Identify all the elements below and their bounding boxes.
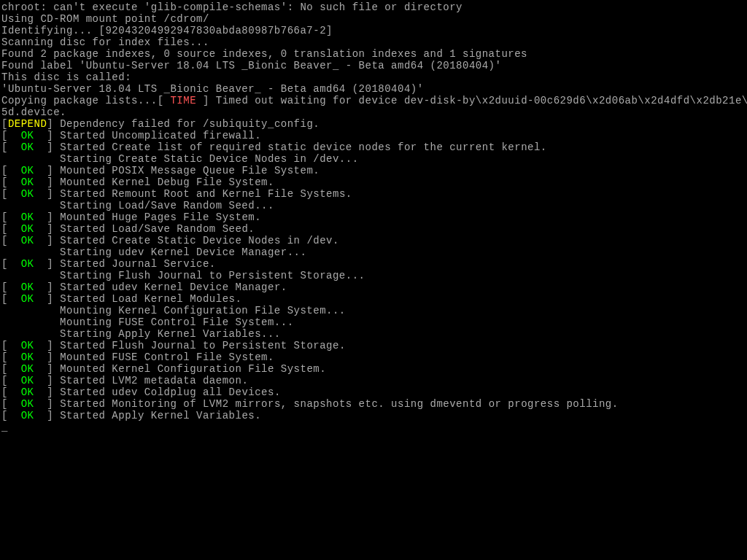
boot-log-line: [ OK ] Started udev Coldplug all Devices… xyxy=(1,386,746,398)
boot-log-line: [ OK ] Mounted FUSE Control File System. xyxy=(1,351,746,363)
boot-log-line: [ OK ] Mounted Kernel Debug File System. xyxy=(1,176,746,188)
boot-log-line: Starting Flush Journal to Persistent Sto… xyxy=(1,270,746,281)
status-ok-tag: OK xyxy=(8,235,47,246)
status-ok-tag: OK xyxy=(8,165,47,176)
status-ok-tag: OK xyxy=(8,130,47,141)
boot-log-line: Found 2 package indexes, 0 source indexe… xyxy=(1,48,746,60)
boot-log-line: [ OK ] Started Uncomplicated firewall. xyxy=(1,130,746,141)
boot-log-line: Copying package lists...[ TIME ] Timed o… xyxy=(1,95,746,106)
status-time-tag: TIME xyxy=(164,95,203,106)
status-ok-tag: OK xyxy=(8,375,47,386)
boot-log-line: Using CD-ROM mount point /cdrom/ xyxy=(1,13,746,25)
boot-log-line: [ OK ] Started Load/Save Random Seed. xyxy=(1,223,746,235)
boot-log-line: [ OK ] Started Create Static Device Node… xyxy=(1,235,746,246)
status-ok-tag: OK xyxy=(8,363,47,375)
boot-log-line: Scanning disc for index files... xyxy=(1,36,746,48)
status-ok-tag: OK xyxy=(8,281,47,293)
status-ok-tag: OK xyxy=(8,258,47,270)
boot-log-line: [ OK ] Started Create list of required s… xyxy=(1,141,746,153)
boot-log-line: [ OK ] Started udev Kernel Device Manage… xyxy=(1,281,746,293)
status-ok-tag: OK xyxy=(8,410,47,421)
boot-log-line: Starting Load/Save Random Seed... xyxy=(1,200,746,211)
status-depend-tag: DEPEND xyxy=(8,118,47,130)
boot-log-line: [ OK ] Started Monitoring of LVM2 mirror… xyxy=(1,398,746,410)
status-ok-tag: OK xyxy=(8,223,47,235)
terminal-output: chroot: can't execute 'glib-compile-sche… xyxy=(0,0,747,435)
status-ok-tag: OK xyxy=(8,188,47,200)
boot-log-line: [ OK ] Started Flush Journal to Persiste… xyxy=(1,340,746,351)
boot-log-line: [ OK ] Started LVM2 metadata daemon. xyxy=(1,375,746,386)
boot-log-line: [ OK ] Started Load Kernel Modules. xyxy=(1,293,746,305)
boot-log-line: [ OK ] Started Journal Service. xyxy=(1,258,746,270)
status-ok-tag: OK xyxy=(8,176,47,188)
boot-log-line: chroot: can't execute 'glib-compile-sche… xyxy=(1,1,746,13)
boot-log-line: Starting Create Static Device Nodes in /… xyxy=(1,153,746,165)
boot-log-line: 5d.device. xyxy=(1,106,746,118)
boot-log-line: [ OK ] Mounted POSIX Message Queue File … xyxy=(1,165,746,176)
boot-log-line: [ OK ] Mounted Huge Pages File System. xyxy=(1,211,746,223)
status-ok-tag: OK xyxy=(8,386,47,398)
boot-log-line: This disc is called: xyxy=(1,71,746,83)
boot-log-line: Identifying... [92043204992947830abda809… xyxy=(1,25,746,36)
status-ok-tag: OK xyxy=(8,340,47,351)
boot-log-line: [ OK ] Started Apply Kernel Variables. xyxy=(1,410,746,421)
boot-log-line: Mounting Kernel Configuration File Syste… xyxy=(1,305,746,316)
status-ok-tag: OK xyxy=(8,398,47,410)
boot-log-line: [ OK ] Mounted Kernel Configuration File… xyxy=(1,363,746,375)
boot-log-line: Mounting FUSE Control File System... xyxy=(1,316,746,328)
status-ok-tag: OK xyxy=(8,351,47,363)
boot-log-line: Found label 'Ubuntu-Server 18.04 LTS _Bi… xyxy=(1,60,746,71)
boot-log-line: Starting udev Kernel Device Manager... xyxy=(1,246,746,258)
status-ok-tag: OK xyxy=(8,211,47,223)
boot-log-line: [ OK ] Started Remount Root and Kernel F… xyxy=(1,188,746,200)
cursor-line: _ xyxy=(1,421,746,433)
terminal-cursor: _ xyxy=(1,421,8,433)
boot-log-line: 'Ubuntu-Server 18.04 LTS _Bionic Beaver_… xyxy=(1,83,746,95)
boot-log-line: Starting Apply Kernel Variables... xyxy=(1,328,746,340)
boot-log-line: [DEPEND] Dependency failed for /subiquit… xyxy=(1,118,746,130)
status-ok-tag: OK xyxy=(8,141,47,153)
status-ok-tag: OK xyxy=(8,293,47,305)
